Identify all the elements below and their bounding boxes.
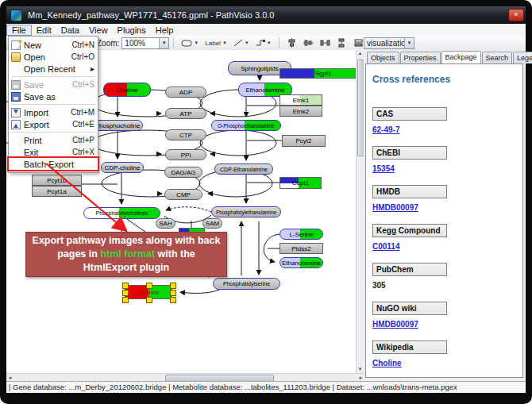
scroll-up-icon[interactable]: ▲ — [357, 50, 364, 57]
selection-handle[interactable] — [122, 290, 129, 296]
tab-properties[interactable]: Properties — [400, 52, 441, 63]
xref-section: CAS62-49-7 — [372, 106, 516, 134]
pathway-node-dag-ag[interactable]: DAG/AG — [164, 167, 202, 178]
menu-bar: FileEditDataViewPluginsHelp — [6, 24, 526, 37]
file-menu-item-import[interactable]: ImportCtrl+M — [9, 106, 98, 118]
callout-line: HtmlExport plugin — [26, 261, 226, 275]
selection-handle[interactable] — [122, 283, 129, 289]
pathway-node-cmp[interactable]: CMP — [164, 189, 202, 200]
pathway-node-atp[interactable]: ATP — [165, 108, 206, 119]
file-menu-item-new[interactable]: NewCtrl+N — [9, 39, 98, 51]
xref-link[interactable]: Choline — [372, 359, 516, 367]
pathway-node-pcyt1b[interactable]: Pcyt1b — [32, 175, 82, 186]
file-menu-item-print[interactable]: PrintCtrl+P — [9, 134, 98, 146]
label-tool-button[interactable]: Label ▼ — [203, 37, 229, 49]
side-panel: ObjectsPropertiesBackpageSearchLegend Cr… — [364, 50, 526, 379]
pathway-node-o-phosphoethanolamine[interactable]: O-Phosphoethanolamine — [211, 120, 281, 131]
file-menu-item-export[interactable]: ExportCtrl+E — [9, 118, 98, 130]
pathway-node-choline[interactable]: Choline — [103, 83, 151, 97]
xref-link[interactable]: HMDB00097 — [372, 320, 516, 329]
file-menu-item-exit[interactable]: ExitCtrl+X — [9, 146, 98, 158]
pathway-node-sam[interactable]: SAM — [202, 218, 222, 229]
scroll-down-icon[interactable]: ▼ — [357, 366, 364, 373]
visualization-combobox[interactable]: visualization ▼ — [364, 37, 414, 49]
new-document-icon — [11, 40, 21, 50]
xref-value: 305 — [372, 281, 516, 290]
close-button[interactable]: × — [508, 9, 524, 21]
export-icon — [11, 120, 21, 129]
pathway-node-etnk1[interactable]: Etnk1 — [279, 94, 322, 106]
pathvisio-logo-icon — [10, 10, 22, 21]
align-middle-icon — [303, 38, 314, 48]
file-menu-item-batch-export[interactable]: Batch Export — [9, 158, 98, 170]
file-menu-item-open[interactable]: OpenCtrl+O — [9, 51, 98, 63]
menu-item-label: New — [24, 40, 67, 50]
pathway-node-etnk2[interactable]: Etnk2 — [279, 106, 322, 117]
pathway-node-phosphatidylcholines[interactable]: Phosphatidylcholines — [83, 207, 160, 219]
menu-file[interactable]: File — [6, 25, 32, 36]
zoom-value: 100% — [122, 39, 159, 48]
menu-icon-spacer — [11, 136, 21, 145]
xref-database-name: ChEBI — [372, 146, 447, 160]
pathway-node-cdp-ethanolamine[interactable]: CDP-Ethanolamine — [214, 164, 273, 175]
xref-link[interactable]: 62-49-7 — [372, 125, 516, 134]
backpage-panel: Cross references CAS62-49-7ChEBI15354HMD… — [365, 63, 523, 378]
align-center-icon — [287, 38, 297, 48]
xref-link[interactable]: 15354 — [372, 164, 516, 173]
xref-database-name: PubChem — [372, 263, 447, 276]
menu-item-shortcut: Ctrl+E — [72, 120, 94, 129]
xref-link[interactable]: HMDB00097 — [372, 203, 516, 212]
pathway-node-ethanolamine[interactable]: Ethanolamine — [279, 257, 323, 268]
pathway-node-phosphatidylserine[interactable]: Phosphatidylserine — [213, 278, 280, 290]
distribute-horizontal-button[interactable] — [318, 37, 332, 49]
screenshot-stage: Mm_Kennedy_pathway_WP1771_45176.gpml - P… — [0, 0, 532, 404]
selection-handle[interactable] — [146, 297, 152, 303]
tab-search[interactable]: Search — [482, 52, 513, 63]
chevron-down-icon[interactable]: ▼ — [404, 38, 414, 48]
pathway-node-sgpl1[interactable]: Sgpl1 — [279, 68, 356, 79]
menu-edit[interactable]: Edit — [32, 25, 56, 36]
chevron-down-icon[interactable]: ▼ — [159, 38, 168, 48]
tab-backpage[interactable]: Backpage — [441, 51, 481, 63]
file-menu-item-save[interactable]: SaveCtrl+S — [9, 79, 98, 90]
menu-data[interactable]: Data — [56, 25, 84, 36]
distribute-vertical-button[interactable] — [335, 37, 349, 49]
pathway-node-adp[interactable]: ADP — [165, 87, 206, 98]
selection-handle[interactable] — [122, 297, 129, 303]
file-menu-item-save-as[interactable]: Save as — [9, 90, 98, 102]
selection-handle[interactable] — [170, 283, 176, 289]
align-middle-button[interactable] — [302, 37, 315, 49]
align-center-button[interactable] — [285, 37, 299, 49]
pathway-node-cdp-choline[interactable]: CDP-choline — [101, 162, 144, 173]
menu-plugins[interactable]: Plugins — [113, 25, 151, 36]
selection-handle[interactable] — [170, 297, 176, 303]
chevron-down-icon: ▼ — [222, 40, 227, 45]
zoom-combobox[interactable]: 100% ▼ — [121, 37, 169, 49]
pathway-node-ptdss2[interactable]: Ptdss2 — [279, 243, 323, 254]
pathway-node-pcyt2[interactable]: Pcyt2 — [282, 135, 326, 147]
pathway-node-phosphocholine[interactable]: Phosphocholine — [92, 120, 143, 131]
pathway-node-l-serine[interactable]: L-Serine — [279, 229, 323, 240]
connector-tool-button[interactable]: ▼ — [254, 37, 273, 49]
file-menu-item-open-recent[interactable]: Open Recent▸ — [9, 63, 98, 75]
menu-view[interactable]: View — [84, 25, 113, 36]
menu-item-shortcut: Ctrl+P — [72, 136, 94, 144]
selection-handle[interactable] — [146, 283, 152, 289]
save-icon — [11, 80, 21, 90]
menu-item-label: Save — [24, 80, 67, 90]
pathway-node-cept1[interactable]: Cept1 — [279, 177, 322, 189]
datanode-tool-button[interactable]: ▼ — [179, 37, 200, 49]
selection-handle[interactable] — [170, 290, 176, 296]
pathway-node-ctp[interactable]: CTP — [165, 129, 206, 140]
visualization-value: visualization — [364, 39, 404, 48]
line-tool-button[interactable]: ▼ — [232, 37, 251, 49]
pathway-node-pcyt1a[interactable]: Pcyt1a — [32, 186, 82, 197]
pathway-node-sah[interactable]: SAH — [156, 218, 175, 229]
pathway-node-phosphatidylethanolamine[interactable]: Phosphatidylethanolamine — [211, 206, 281, 217]
pathway-node-ppi[interactable]: PPi — [165, 149, 206, 160]
menu-help[interactable]: Help — [151, 25, 179, 36]
tab-objects[interactable]: Objects — [367, 52, 399, 63]
tab-legend[interactable]: Legend — [513, 52, 532, 63]
xref-link[interactable]: C00114 — [372, 242, 516, 251]
menu-item-label: Open Recent — [24, 64, 86, 74]
